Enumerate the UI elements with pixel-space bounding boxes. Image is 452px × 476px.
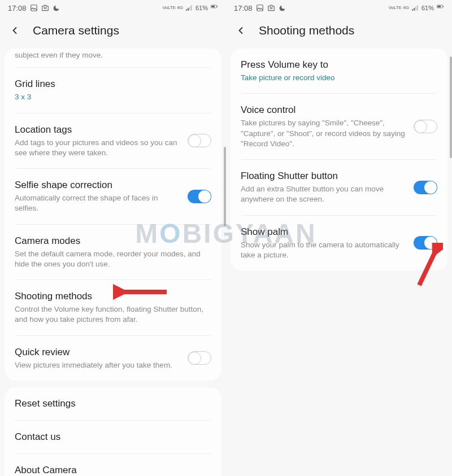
list-item-floating-shutter[interactable]: Floating Shutter button Add an extra Shu… — [241, 160, 437, 216]
list-item-about[interactable]: About Camera — [15, 454, 211, 476]
settings-card: Press Volume key to Take picture or reco… — [231, 49, 447, 270]
quick-review-sub: View pictures immediately after you take… — [15, 360, 182, 370]
signal-icon — [185, 4, 193, 12]
location-tags-sub: Add tags to your pictures and videos so … — [15, 138, 182, 158]
image-icon — [256, 4, 264, 12]
shooting-methods-sub: Control the Volume key function, floatin… — [15, 304, 211, 325]
show-palm-toggle[interactable] — [414, 236, 437, 250]
partial-sub: subject even if they move. — [15, 50, 211, 60]
about-title: About Camera — [15, 464, 77, 476]
battery-text: 61% — [195, 5, 208, 11]
show-palm-title: Show palm — [241, 226, 408, 238]
status-bar: 17:08 VoLTE 4G 61% — [0, 0, 226, 16]
selfie-shape-toggle[interactable] — [188, 190, 211, 203]
list-item-location-tags[interactable]: Location tags Add tags to your pictures … — [15, 113, 211, 169]
back-icon[interactable] — [235, 25, 246, 36]
list-item-volume-key[interactable]: Press Volume key to Take picture or reco… — [241, 49, 437, 94]
status-time: 17:08 — [234, 4, 253, 12]
svg-rect-0 — [31, 5, 37, 11]
contact-title: Contact us — [15, 431, 60, 443]
grid-lines-value: 3 x 3 — [15, 92, 211, 102]
list-item-quick-review[interactable]: Quick review View pictures immediately a… — [15, 336, 211, 381]
header: Shooting methods — [226, 16, 452, 49]
signal-icon — [411, 4, 419, 12]
voice-control-title: Voice control — [241, 104, 408, 116]
show-palm-sub: Show your palm to the camera to automati… — [241, 240, 408, 260]
list-item-voice-control[interactable]: Voice control Take pictures by saying "S… — [241, 94, 437, 160]
list-item-selfie-shape[interactable]: Selfie shape correction Automatically co… — [15, 169, 211, 225]
quick-review-title: Quick review — [15, 346, 182, 359]
status-time: 17:08 — [8, 4, 27, 12]
svg-rect-9 — [443, 6, 444, 7]
selfie-shape-title: Selfie shape correction — [15, 179, 182, 191]
battery-icon — [210, 4, 218, 12]
moon-icon — [279, 4, 286, 12]
scrollbar[interactable] — [450, 56, 452, 158]
page-title: Shooting methods — [259, 24, 354, 37]
list-item-partial[interactable]: subject even if they move. — [15, 49, 211, 68]
settings-card-1: subject even if they move. Grid lines 3 … — [5, 49, 221, 381]
svg-rect-8 — [438, 6, 441, 7]
voice-control-sub: Take pictures by saying "Smile", "Cheese… — [241, 118, 408, 149]
list-item-show-palm[interactable]: Show palm Show your palm to the camera t… — [241, 216, 437, 271]
moon-icon — [53, 4, 60, 12]
right-screenshot: 17:08 VoLTE 4G 61% Shooting methods Pres… — [226, 0, 452, 476]
camera-modes-sub: Set the default camera mode, reorder you… — [15, 249, 211, 269]
svg-rect-5 — [257, 5, 263, 11]
page-title: Camera settings — [33, 24, 119, 37]
selfie-shape-sub: Automatically correct the shape of faces… — [15, 193, 182, 213]
shooting-methods-title: Shooting methods — [15, 290, 211, 303]
voice-control-toggle[interactable] — [414, 120, 437, 133]
floating-shutter-title: Floating Shutter button — [241, 170, 408, 182]
svg-point-1 — [44, 7, 46, 9]
volume-key-value: Take picture or record video — [241, 73, 437, 83]
network-label: VoLTE 4G — [163, 6, 183, 10]
location-tags-toggle[interactable] — [188, 134, 211, 147]
camera-modes-title: Camera modes — [15, 235, 211, 247]
camera-icon — [41, 4, 49, 12]
image-icon — [30, 4, 38, 12]
camera-icon — [267, 4, 275, 12]
floating-shutter-sub: Add an extra Shutter button you can move… — [241, 184, 408, 204]
list-item-shooting-methods[interactable]: Shooting methods Control the Volume key … — [15, 280, 211, 336]
volume-key-title: Press Volume key to — [241, 59, 437, 71]
back-icon[interactable] — [9, 25, 20, 36]
status-bar: 17:08 VoLTE 4G 61% — [226, 0, 452, 16]
location-tags-title: Location tags — [15, 124, 182, 136]
grid-lines-title: Grid lines — [15, 78, 211, 90]
list-item-grid-lines[interactable]: Grid lines 3 x 3 — [15, 68, 211, 113]
battery-icon — [436, 4, 444, 12]
list-item-contact[interactable]: Contact us — [15, 421, 211, 454]
svg-rect-4 — [217, 6, 218, 7]
battery-text: 61% — [421, 5, 434, 11]
network-label: VoLTE 4G — [389, 6, 409, 10]
reset-title: Reset settings — [15, 398, 76, 410]
quick-review-toggle[interactable] — [188, 351, 211, 365]
list-item-reset[interactable]: Reset settings — [15, 387, 211, 421]
list-item-camera-modes[interactable]: Camera modes Set the default camera mode… — [15, 225, 211, 281]
left-screenshot: 17:08 VoLTE 4G 61% Camera sett — [0, 0, 226, 476]
header: Camera settings — [0, 16, 226, 49]
svg-rect-3 — [212, 6, 215, 7]
svg-point-6 — [270, 7, 272, 9]
settings-card-2: Reset settings Contact us About Camera — [5, 387, 221, 476]
floating-shutter-toggle[interactable] — [414, 181, 437, 194]
